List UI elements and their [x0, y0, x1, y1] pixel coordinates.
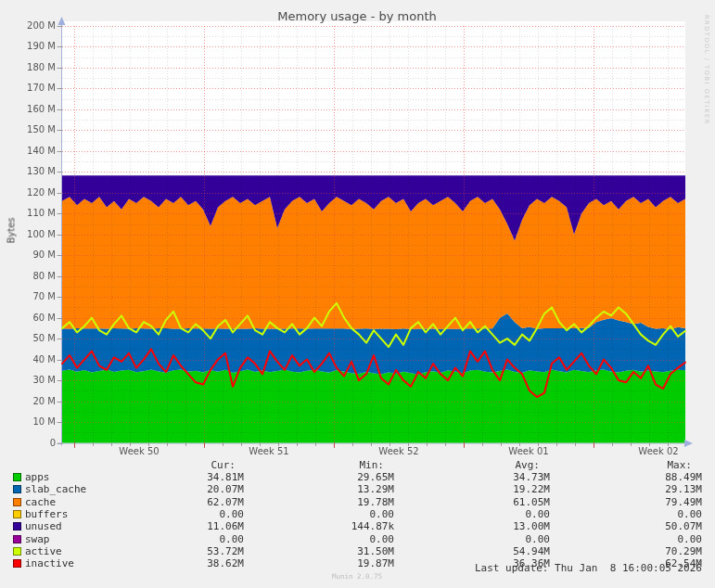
legend-swatch-buffers	[13, 510, 21, 518]
x-tick-label: Week 51	[249, 446, 288, 456]
legend-value: 34.81M	[207, 471, 244, 483]
legend-value: 34.73M	[513, 471, 550, 483]
y-tick-label: 50 M	[0, 333, 56, 343]
legend-value: 29.65M	[357, 471, 394, 483]
y-tick-label: 60 M	[0, 313, 56, 323]
legend-value: 53.72M	[207, 545, 244, 557]
legend-label-slab_cache: slab_cache	[25, 483, 86, 495]
y-tick-label: 170 M	[0, 83, 56, 93]
legend-swatch-active	[13, 547, 21, 556]
legend-value: 0.00	[370, 533, 395, 545]
legend-swatch-unused	[13, 522, 21, 530]
legend-value: 88.49M	[665, 471, 702, 483]
legend-value: 0.00	[526, 508, 551, 520]
legend-label-swap: swap	[25, 533, 50, 545]
legend-column-header: Cur:	[211, 459, 236, 471]
x-tick-label: Week 01	[508, 446, 548, 456]
legend-value: 144.87k	[351, 520, 394, 532]
x-tick-label: Week 02	[638, 446, 678, 456]
legend-value: 0.00	[678, 508, 703, 520]
last-update-text: Last update: Thu Jan 8 16:00:05 2026	[475, 562, 702, 574]
legend-swatch-apps	[13, 473, 21, 481]
y-tick-label: 30 M	[0, 375, 56, 385]
legend-label-cache: cache	[25, 496, 56, 508]
y-tick-label: 180 M	[0, 62, 56, 72]
y-tick-label: 120 M	[0, 187, 56, 198]
legend-label-inactive: inactive	[25, 557, 74, 569]
legend-value: 11.06M	[207, 520, 244, 532]
y-tick-label: 140 M	[0, 146, 56, 156]
legend-label-unused: unused	[25, 520, 62, 532]
legend-value: 19.78M	[357, 496, 394, 508]
y-tick-label: 200 M	[0, 20, 56, 31]
legend-value: 54.94M	[513, 545, 550, 557]
legend-value: 13.00M	[513, 520, 550, 532]
legend-value: 13.29M	[357, 483, 394, 495]
x-tick-label: Week 52	[378, 446, 418, 456]
legend-value: 0.00	[526, 533, 551, 545]
legend-swatch-cache	[13, 498, 21, 506]
legend-value: 0.00	[370, 508, 395, 520]
y-tick-label: 110 M	[0, 208, 56, 218]
legend-label-apps: apps	[25, 471, 50, 483]
munin-version-text: Munin 2.0.75	[332, 572, 382, 581]
y-tick-label: 70 M	[0, 291, 56, 301]
legend-value: 0.00	[678, 533, 703, 545]
x-tick-label: Week 50	[119, 446, 159, 456]
legend-value: 19.22M	[513, 483, 550, 495]
y-tick-label: 100 M	[0, 229, 56, 239]
legend-value: 0.00	[220, 533, 245, 545]
legend-swatch-slab_cache	[13, 485, 21, 493]
y-tick-label: 130 M	[0, 166, 56, 176]
munin-memory-graph: Memory usage - by month Bytes RRDTOOL / …	[0, 0, 715, 588]
legend-column-header: Max:	[668, 459, 693, 471]
legend-column-header: Min:	[360, 459, 385, 471]
legend-value: 62.07M	[207, 496, 244, 508]
legend-value: 20.07M	[207, 483, 244, 495]
legend-value: 79.49M	[665, 496, 702, 508]
legend-value: 29.13M	[665, 483, 702, 495]
y-tick-label: 40 M	[0, 354, 56, 364]
legend-swatch-inactive	[13, 559, 21, 568]
y-tick-label: 90 M	[0, 249, 56, 260]
page-title: Memory usage - by month	[277, 9, 436, 23]
legend-value: 19.87M	[357, 557, 394, 569]
rrdtool-watermark: RRDTOOL / TOBI OETIKER	[703, 15, 710, 441]
y-tick-label: 20 M	[0, 396, 56, 406]
y-tick-label: 150 M	[0, 124, 56, 134]
legend-column-header: Avg:	[516, 459, 541, 471]
y-tick-label: 190 M	[0, 41, 56, 51]
y-tick-label: 80 M	[0, 271, 56, 281]
y-tick-label: 10 M	[0, 416, 56, 427]
y-tick-label: 0	[0, 438, 56, 448]
legend-value: 38.62M	[207, 557, 244, 569]
legend-value: 50.07M	[665, 520, 702, 532]
legend-value: 31.50M	[357, 545, 394, 557]
legend-value: 0.00	[220, 508, 245, 520]
legend-value: 61.05M	[513, 496, 550, 508]
legend-label-buffers: buffers	[25, 508, 68, 520]
legend-label-active: active	[25, 545, 62, 557]
legend-value: 70.29M	[665, 545, 702, 557]
y-tick-label: 160 M	[0, 104, 56, 114]
legend-swatch-swap	[13, 535, 21, 543]
